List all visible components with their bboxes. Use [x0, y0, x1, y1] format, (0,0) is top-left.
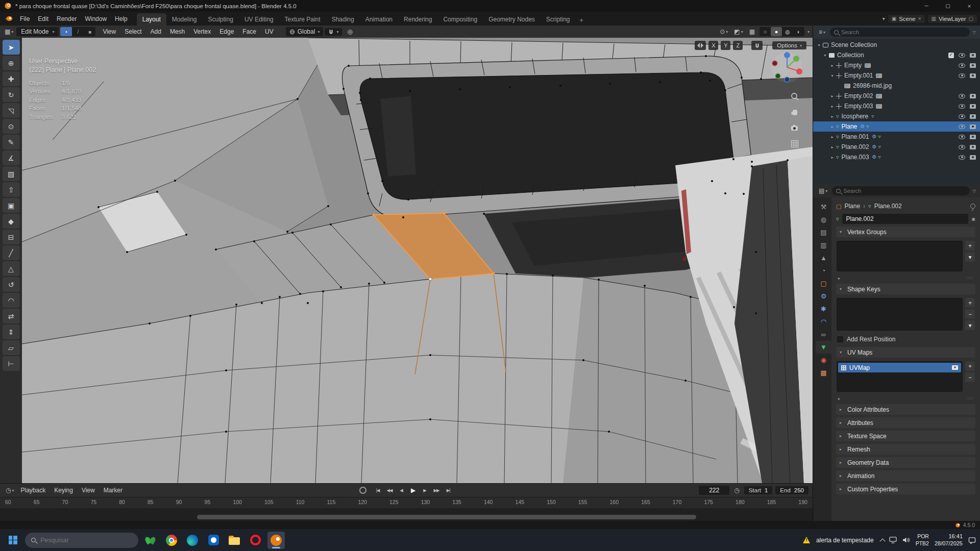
disable-render-icon[interactable]	[970, 155, 976, 160]
hide-eye-icon[interactable]	[959, 53, 965, 58]
jump-to-start-button[interactable]: |◀	[373, 486, 383, 495]
tool-cursor[interactable]: ⊕	[3, 56, 20, 70]
tool-extrude-region[interactable]: ⇧	[3, 182, 20, 197]
tab-animation[interactable]: Animation	[360, 13, 398, 26]
section-vertex-groups[interactable]: ▾ Vertex Groups	[836, 227, 975, 237]
breadcrumb-object[interactable]: Plane	[844, 203, 860, 210]
edge-select-button[interactable]: /	[72, 27, 84, 36]
uv-maps-list[interactable]: UVMap	[837, 361, 963, 392]
mirror-y-button[interactable]: Y	[721, 41, 730, 50]
tab-layout[interactable]: Layout	[137, 13, 166, 26]
tab-material[interactable]: ◉	[816, 354, 831, 366]
tool-shrink-fatten[interactable]: ⇕	[3, 324, 20, 339]
outliner-filter-icon[interactable]: ▽	[973, 30, 976, 35]
mode-dropdown[interactable]: Edit Mode ▾	[16, 27, 59, 36]
timeline-editor-type-button[interactable]: ◷▾	[4, 487, 16, 494]
tool-edge-slide[interactable]: ⇄	[3, 309, 20, 323]
weather-alert-icon[interactable]	[802, 537, 811, 544]
tool-select-box[interactable]: ➤	[3, 40, 20, 55]
tool-rotate[interactable]: ↻	[3, 87, 20, 102]
menu-render[interactable]: Render	[53, 14, 81, 24]
tool-annotate[interactable]: ✎	[3, 135, 20, 149]
jump-to-end-button[interactable]: ▶|	[443, 486, 454, 495]
prev-keyframe-button[interactable]: ◀◀	[384, 486, 395, 495]
menu-vertex[interactable]: Vertex	[190, 27, 214, 36]
section-animation[interactable]: ▸ Animation	[836, 470, 975, 481]
viewlayer-selector[interactable]: ▥ ViewLayer ▢	[928, 15, 977, 23]
outliner-row-plane[interactable]: ▸▿Plane ⚙▿	[813, 121, 980, 132]
remove-uv-map-button[interactable]: −	[965, 372, 975, 382]
outliner-row-image[interactable]: 26986-mid.jpg	[813, 81, 980, 91]
snap-toggle-icon[interactable]	[751, 41, 763, 50]
end-frame-field[interactable]: End250	[775, 486, 808, 494]
tab-object-data[interactable]: ▼	[816, 341, 831, 354]
auto-keying-toggle[interactable]	[359, 487, 366, 494]
close-button[interactable]: ×	[959, 0, 980, 12]
scene-unlink-icon[interactable]: ×	[918, 16, 921, 21]
menu-uv[interactable]: UV	[261, 27, 277, 36]
outliner-row-empty-002[interactable]: ▸Empty.002	[813, 91, 980, 101]
disable-render-icon[interactable]	[970, 135, 976, 139]
properties-editor-type-button[interactable]: ▤▾	[817, 187, 829, 194]
outliner-row-plane-001[interactable]: ▸▿Plane.001 ⚙▿	[813, 132, 980, 142]
hide-eye-icon[interactable]	[959, 73, 965, 78]
notifications-icon[interactable]	[968, 537, 976, 544]
section-geometry-data[interactable]: ▸ Geometry Data	[836, 457, 975, 468]
disable-render-icon[interactable]	[970, 145, 976, 149]
tab-object[interactable]: ▢	[816, 277, 831, 290]
outliner-row-icosphere[interactable]: ▸▿Icosphere ▿	[813, 111, 980, 121]
tab-constraints[interactable]: ∞	[816, 328, 831, 341]
next-keyframe-button[interactable]: ▶▶	[431, 486, 442, 495]
play-reverse-button[interactable]: ◀	[396, 486, 407, 495]
menu-mesh[interactable]: Mesh	[166, 27, 188, 36]
active-vertex[interactable]	[429, 278, 432, 281]
tab-modeling[interactable]: Modeling	[166, 13, 203, 26]
rendered-shading-button[interactable]: ◐	[793, 27, 804, 36]
tab-physics[interactable]: ◠	[816, 315, 831, 328]
snap-dropdown[interactable]: ▾	[325, 28, 342, 36]
disable-render-icon[interactable]	[970, 104, 976, 109]
section-color-attributes[interactable]: ▸ Color Attributes	[836, 404, 975, 415]
menu-edge[interactable]: Edge	[216, 27, 237, 36]
volume-icon[interactable]	[902, 537, 910, 543]
tab-scene[interactable]: ▲	[816, 252, 831, 264]
tool-knife[interactable]: ╱	[3, 245, 20, 260]
breadcrumb-data[interactable]: Plane.002	[874, 203, 902, 210]
app-chrome[interactable]	[163, 532, 180, 549]
tab-rendering[interactable]: Rendering	[398, 13, 437, 26]
outliner-search[interactable]	[830, 28, 970, 37]
app-blender[interactable]	[267, 532, 285, 549]
outliner-search-input[interactable]	[841, 29, 966, 35]
outliner-row-empty-001[interactable]: ▾Empty.001	[813, 70, 980, 81]
show-gizmo-dropdown[interactable]: ⊙▾	[718, 28, 729, 35]
tab-compositing[interactable]: Compositing	[437, 13, 483, 26]
tab-texture-paint[interactable]: Texture Paint	[279, 13, 326, 26]
tab-texture[interactable]: ▩	[816, 366, 831, 379]
display-icon[interactable]	[889, 537, 897, 543]
playback-sync-icon[interactable]: ◷	[732, 487, 741, 494]
menu-file[interactable]: File	[16, 14, 34, 24]
clock[interactable]: 16:41 28/07/2025	[935, 533, 963, 547]
hidden-icons-chevron[interactable]	[879, 538, 885, 544]
menu-select[interactable]: Select	[121, 27, 145, 36]
shape-keys-list[interactable]	[837, 298, 963, 331]
tab-view-layer[interactable]: ▥	[816, 239, 831, 252]
hide-eye-icon[interactable]	[959, 114, 965, 119]
hide-eye-icon[interactable]	[959, 135, 965, 139]
outliner-row-empty-003[interactable]: ▸Empty.003	[813, 101, 980, 111]
grid-ortho-icon[interactable]	[789, 138, 800, 149]
app-outlook[interactable]	[205, 532, 222, 549]
taskbar-search[interactable]	[25, 533, 138, 548]
taskbar-search-input[interactable]	[40, 537, 132, 544]
viewlayer-new-icon[interactable]: ▢	[969, 16, 973, 21]
tool-loop-cut[interactable]: ⊟	[3, 230, 20, 244]
outliner-row-collection[interactable]: ▾Collection	[813, 50, 980, 60]
app-plant[interactable]	[142, 532, 159, 549]
app-opera[interactable]	[247, 532, 264, 549]
disable-render-icon[interactable]	[970, 94, 976, 98]
camera-view-icon[interactable]	[789, 122, 800, 134]
xray-toggle-icon[interactable]: ▦	[748, 28, 756, 35]
start-frame-field[interactable]: Start1	[744, 486, 773, 494]
zoom-icon[interactable]	[789, 91, 800, 102]
shading-dropdown-icon[interactable]: ▾	[807, 30, 810, 34]
